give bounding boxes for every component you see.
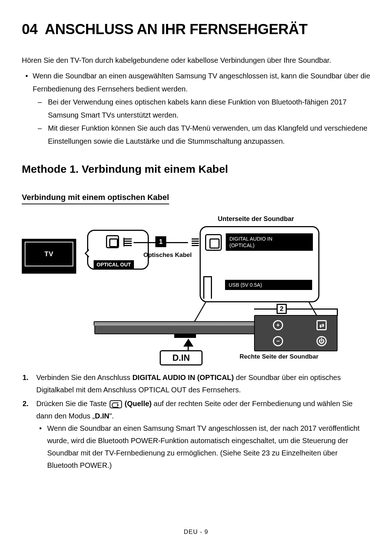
soundbar-underside-label: Unterseite der Soundbar <box>218 215 294 223</box>
din-display-label: D.IN <box>160 350 203 365</box>
step-text: Verbinden Sie den Anschluss <box>36 373 132 381</box>
tv-label: TV <box>25 242 73 266</box>
step-2-sublist: Wenn die Soundbar an einen Samsung Smart… <box>36 422 370 471</box>
volume-down-icon: − <box>273 336 283 346</box>
step-bold: D.IN <box>95 412 109 420</box>
step-2-bullet: Wenn die Soundbar an einen Samsung Smart… <box>47 422 370 471</box>
digital-audio-in-badge: DIGITAL AUDIO IN (OPTICAL) <box>226 233 313 251</box>
sub-title: Verbindung mit einem optischen Kabel <box>22 193 169 204</box>
cable-plug-icon <box>188 238 199 246</box>
chapter-heading: ANSCHLUSS AN IHR FERNSEHGERÄT <box>45 21 307 37</box>
badge-line: DIGITAL AUDIO IN <box>229 236 272 242</box>
callout-leader-line <box>337 308 338 316</box>
step-number: 1. <box>23 371 29 384</box>
source-icon <box>110 400 122 408</box>
step-bold: DIGITAL AUDIO IN (OPTICAL) <box>132 373 234 381</box>
step-bold: (Quelle) <box>124 400 151 408</box>
cable-line <box>166 242 188 243</box>
step-text: ". <box>109 412 114 420</box>
chapter-number: 04 <box>22 21 38 37</box>
intro-bullet-item: Wenn die Soundbar an einen ausgewählten … <box>33 69 370 148</box>
digital-audio-port-icon <box>205 234 222 251</box>
intro-paragraph: Hören Sie den TV-Ton durch kabelgebunden… <box>22 55 370 66</box>
usb-port-icon <box>203 276 212 299</box>
page-footer: DEU - 9 <box>0 528 392 536</box>
optical-port-icon <box>106 235 119 248</box>
soundbar-right-side-label: Rechte Seite der Soundbar <box>240 353 318 360</box>
tv-icon: TV <box>22 239 76 274</box>
callout-leader-line <box>254 308 277 310</box>
instruction-steps: 1. Verbinden Sie den Anschluss DIGITAL A… <box>22 371 370 471</box>
usb-badge: USB (5V 0.5A) <box>225 280 312 290</box>
step-1: 1. Verbinden Sie den Anschluss DIGITAL A… <box>36 371 370 396</box>
soundbar-foot-icon <box>174 334 196 338</box>
step-number: 2. <box>23 397 29 410</box>
callout-leader-line <box>287 308 338 310</box>
intro-sub-item: Bei der Verwendung eines optischen kabel… <box>48 95 370 122</box>
cable-line <box>134 242 155 243</box>
bullet-text: Wenn die Soundbar an einen ausgewählten … <box>33 72 370 93</box>
callout-leader-line <box>192 302 206 324</box>
volume-up-icon: + <box>273 320 283 330</box>
chapter-title: 04 ANSCHLUSS AN IHR FERNSEHGERÄT <box>22 21 370 37</box>
badge-line: (OPTICAL) <box>229 242 254 248</box>
optical-cable-label: Optisches Kabel <box>143 252 192 259</box>
callout-marker-2: 2 <box>277 304 287 314</box>
intro-sub-list: Bei der Verwendung eines optischen kabel… <box>33 95 370 148</box>
step-2: 2. Drücken Sie die Taste (Quelle) auf de… <box>36 397 370 471</box>
arrow-up-icon <box>183 339 193 347</box>
connection-diagram: Unterseite der Soundbar TV OPTICAL OUT 1… <box>22 215 370 360</box>
intro-bullet-list: Wenn die Soundbar an einen ausgewählten … <box>22 69 370 148</box>
soundbar-side-panel: + − ⇄ ⏻ <box>254 315 338 351</box>
power-button-icon: ⏻ <box>317 336 327 346</box>
method-title: Methode 1. Verbindung mit einem Kabel <box>22 163 370 175</box>
source-button-icon: ⇄ <box>317 320 327 330</box>
cable-plug-icon <box>123 238 134 246</box>
callout-marker-1: 1 <box>155 236 166 247</box>
optical-out-badge: OPTICAL OUT <box>94 260 134 269</box>
soundbar-icon <box>94 324 276 334</box>
step-text: Drücken Sie die Taste <box>36 400 109 408</box>
intro-sub-item: Mit dieser Funktion können Sie auch das … <box>48 122 370 148</box>
